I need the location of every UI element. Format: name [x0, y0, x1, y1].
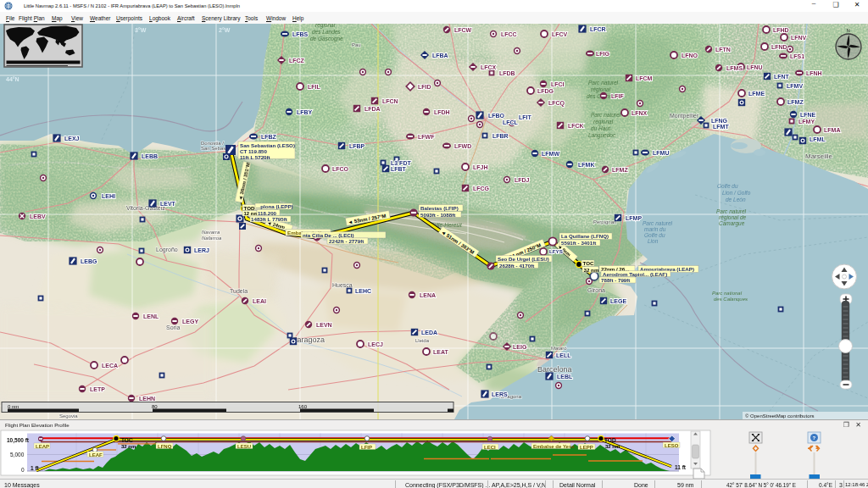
- svg-text:LFBS: LFBS: [292, 31, 309, 37]
- svg-text:LEHC: LEHC: [355, 288, 371, 294]
- svg-text:LFMA: LFMA: [824, 127, 840, 133]
- svg-text:LFMZ: LFMZ: [612, 167, 628, 173]
- svg-text:LFIT: LFIT: [519, 114, 531, 120]
- svg-text:LFIG: LFIG: [596, 51, 609, 57]
- svg-text:LFCQ: LFCQ: [548, 100, 565, 107]
- svg-text:LEVT: LEVT: [160, 201, 176, 207]
- svg-text:0: 0: [21, 467, 25, 473]
- svg-text:LFID: LFID: [418, 84, 431, 90]
- svg-text:LEBB: LEBB: [142, 153, 158, 159]
- svg-text:LEBG: LEBG: [81, 258, 97, 264]
- svg-text:La Quillane (LFNQ): La Quillane (LFNQ): [561, 233, 609, 239]
- svg-text:Embalse de Yesa: Embalse de Yesa: [533, 444, 575, 449]
- svg-text:...plona (LEPP): ...plona (LEPP): [256, 203, 293, 209]
- svg-text:TOC: TOC: [583, 260, 594, 266]
- svg-text:80: 80: [152, 404, 158, 409]
- svg-text:Parc naturel: Parc naturel: [591, 112, 621, 118]
- svg-text:5591ft - 3401ft: 5591ft - 3401ft: [561, 240, 596, 246]
- svg-text:5093ft - 1088ft: 5093ft - 1088ft: [420, 212, 455, 218]
- svg-text:Soria: Soria: [166, 324, 180, 330]
- svg-text:Zaragoza: Zaragoza: [292, 336, 325, 344]
- svg-text:?: ?: [813, 435, 816, 441]
- svg-text:LFWF: LFWF: [418, 134, 435, 140]
- svg-text:LEDA: LEDA: [421, 330, 437, 336]
- svg-text:TOC: TOC: [121, 437, 133, 443]
- svg-text:Languedoc: Languedoc: [588, 132, 616, 139]
- svg-text:Barcelona: Barcelona: [537, 365, 572, 374]
- svg-text:LFMT: LFMT: [713, 124, 729, 130]
- svg-text:Pau: Pau: [352, 42, 361, 47]
- svg-text:régional: régional: [593, 119, 614, 125]
- svg-text:LFCI: LFCI: [551, 81, 565, 87]
- svg-text:11ft L 5720ft: 11ft L 5720ft: [240, 154, 270, 160]
- svg-text:LFMY: LFMY: [798, 119, 815, 125]
- svg-text:LFBA: LFBA: [432, 53, 448, 58]
- svg-text:Nafarroa: Nafarroa: [202, 236, 222, 241]
- svg-text:LERS: LERS: [492, 391, 508, 397]
- svg-text:LFNG: LFNG: [711, 118, 728, 124]
- svg-text:32 nm: 32 nm: [584, 267, 599, 273]
- svg-text:Parc national: Parc national: [712, 291, 743, 296]
- svg-text:© OpenStreetMap contributors: © OpenStreetMap contributors: [745, 413, 814, 419]
- svg-text:LEHN: LEHN: [139, 396, 155, 402]
- svg-text:Montpellier: Montpellier: [670, 113, 699, 119]
- svg-text:LFCZ: LFCZ: [289, 58, 305, 64]
- svg-text:LEAI: LEAI: [253, 298, 266, 304]
- svg-text:5,000: 5,000: [10, 452, 25, 458]
- svg-text:32 nm: 32 nm: [121, 444, 136, 449]
- svg-text:LFNQ: LFNQ: [158, 444, 172, 449]
- svg-text:LECA: LECA: [102, 363, 118, 369]
- svg-text:2°W: 2°W: [219, 27, 231, 33]
- svg-text:LEBV: LEBV: [30, 214, 46, 219]
- svg-text:LFMS: LFMS: [726, 65, 743, 71]
- svg-text:LFCK: LFCK: [568, 123, 584, 129]
- svg-text:LFNH: LFNH: [806, 70, 822, 76]
- svg-text:LELL: LELL: [556, 352, 571, 358]
- svg-text:LFCV: LFCV: [552, 31, 568, 37]
- svg-text:LFNV: LFNV: [791, 35, 807, 41]
- svg-text:LFMZ: LFMZ: [787, 99, 804, 105]
- svg-text:LFNO: LFNO: [682, 53, 698, 58]
- svg-text:LFTN: LFTN: [715, 47, 731, 53]
- svg-text:LFND: LFND: [771, 44, 787, 50]
- svg-text:LFNU: LFNU: [747, 64, 763, 70]
- svg-text:LEPP: LEPP: [580, 445, 593, 450]
- svg-text:Parc naturel: Parc naturel: [716, 208, 747, 214]
- svg-text:118.200: 118.200: [258, 210, 277, 216]
- svg-text:CT 119.850: CT 119.850: [240, 148, 268, 154]
- svg-text:2242ft - 2779ft: 2242ft - 2779ft: [329, 238, 364, 244]
- svg-text:LFJH: LFJH: [473, 164, 488, 170]
- svg-text:LETP: LETP: [90, 386, 105, 392]
- svg-text:nta Cilia De ... (LECI): nta Cilia De ... (LECI): [303, 232, 354, 238]
- svg-text:LFME: LFME: [748, 91, 765, 97]
- svg-text:LFHD: LFHD: [773, 27, 789, 33]
- svg-text:Camargue: Camargue: [719, 220, 745, 227]
- svg-text:LECI: LECI: [484, 445, 496, 450]
- svg-text:1483ft L 7795ft: 1483ft L 7795ft: [251, 216, 287, 222]
- svg-text:Aerodrom Tapiol... (LEAF): Aerodrom Tapiol... (LEAF): [603, 271, 667, 277]
- svg-text:Perpignan: Perpignan: [593, 219, 616, 225]
- svg-text:LFYS: LFYS: [549, 248, 563, 254]
- svg-text:des Landes: des Landes: [312, 29, 341, 35]
- svg-text:du Haut-: du Haut-: [591, 125, 613, 131]
- svg-text:Girona: Girona: [587, 287, 605, 293]
- svg-text:Huesca: Huesca: [332, 282, 353, 288]
- svg-text:Logroño: Logroño: [156, 247, 178, 253]
- svg-text:2628ft - 4170ft: 2628ft - 4170ft: [499, 263, 534, 269]
- svg-text:TOD: TOD: [244, 205, 255, 211]
- svg-text:Segovia: Segovia: [59, 413, 78, 419]
- svg-text:marin du: marin du: [644, 226, 666, 232]
- svg-text:LFCC: LFCC: [501, 31, 517, 37]
- svg-text:LEVN: LEVN: [316, 322, 332, 328]
- svg-text:Lion: Lion: [648, 238, 659, 244]
- svg-text:LFBZ: LFBZ: [261, 134, 277, 140]
- svg-text:LEIG: LEIG: [513, 344, 527, 350]
- svg-text:régional: régional: [591, 86, 611, 93]
- svg-text:LFIP: LFIP: [361, 445, 372, 450]
- svg-text:10,500 ft: 10,500 ft: [7, 437, 30, 444]
- svg-text:Golfe du: Golfe du: [644, 232, 665, 238]
- svg-text:0 nm: 0 nm: [8, 404, 19, 409]
- svg-text:de León: de León: [726, 197, 746, 202]
- svg-text:LEXJ: LEXJ: [64, 136, 80, 141]
- svg-text:LFCO: LFCO: [332, 166, 349, 172]
